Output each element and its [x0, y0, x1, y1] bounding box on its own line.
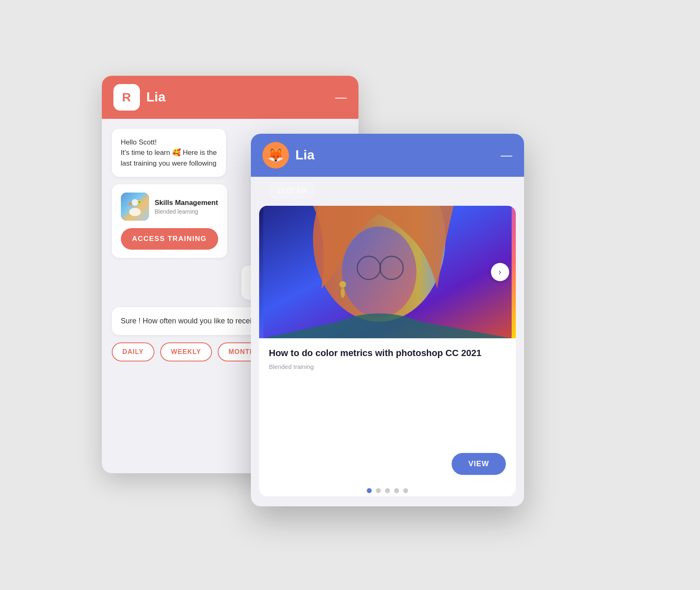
training-info: Skills Management Blended learning: [155, 199, 218, 215]
chat-window-2: 🦊 Lia — 11:02 AM: [251, 134, 524, 506]
weekly-button[interactable]: WEEKLY: [160, 342, 212, 361]
access-training-button[interactable]: ACCESS TRAINING: [121, 228, 218, 250]
training-card-info: Skills Management Blended learning: [121, 193, 218, 221]
bot-greeting-bubble: Hello Scott!It's time to learn 🥰 Here is…: [112, 129, 226, 177]
time-badge: 11:02 AM: [269, 183, 315, 199]
chat-body-2: 11:02 AM: [251, 177, 524, 506]
carousel-dot-5[interactable]: [403, 488, 408, 493]
training-name: Skills Management: [155, 199, 218, 207]
carousel-subtitle: Blended training: [269, 363, 506, 444]
svg-point-0: [132, 199, 138, 206]
training-card: Skills Management Blended learning ACCES…: [112, 184, 227, 258]
chat-header-1: R Lia —: [102, 76, 358, 119]
carousel-dot-3[interactable]: [385, 488, 390, 493]
chat-title-2: Lia: [296, 147, 494, 163]
time-row: 11:02 AM: [251, 177, 524, 206]
minimize-button-1[interactable]: —: [335, 91, 347, 104]
carousel-dot-4[interactable]: [394, 488, 399, 493]
carousel-dot-1[interactable]: [367, 488, 372, 493]
daily-button[interactable]: DAILY: [112, 342, 155, 361]
training-type: Blended learning: [155, 208, 218, 215]
bot-greeting-text: Hello Scott!It's time to learn 🥰 Here is…: [121, 137, 217, 169]
carousel-dots: [259, 482, 516, 496]
carousel-dot-2[interactable]: [376, 488, 381, 493]
app-logo: R: [113, 84, 140, 111]
carousel-title: How to do color metrics with photoshop C…: [269, 347, 506, 359]
svg-rect-12: [263, 206, 512, 338]
frequency-buttons-group: DAILY WEEKLY MONTHLY: [112, 342, 274, 361]
fox-avatar: 🦊: [262, 142, 289, 169]
svg-point-1: [129, 208, 141, 216]
chat-header-2: 🦊 Lia —: [251, 134, 524, 177]
carousel-image: ›: [259, 206, 516, 338]
portrait-image: [259, 206, 516, 338]
chat-title-1: Lia: [147, 89, 329, 105]
training-icon-svg: [125, 196, 145, 217]
portrait-svg: [259, 206, 516, 338]
carousel-next-button[interactable]: ›: [491, 263, 509, 281]
minimize-button-2[interactable]: —: [501, 149, 512, 162]
carousel-content: How to do color metrics with photoshop C…: [259, 338, 516, 482]
training-carousel: › How to do color metrics with photoshop…: [259, 206, 516, 496]
svg-point-3: [129, 202, 132, 205]
view-button[interactable]: VIEW: [452, 453, 505, 475]
training-icon: [121, 193, 149, 221]
